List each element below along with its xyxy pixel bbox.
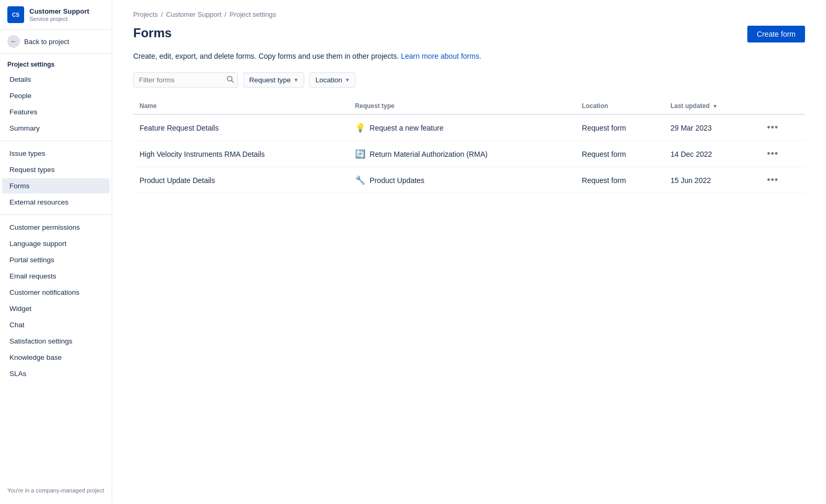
back-icon: ← <box>7 35 20 48</box>
back-label: Back to project <box>24 38 69 46</box>
chevron-down-icon-2: ▼ <box>345 77 350 83</box>
col-last-updated: Last updated ▼ <box>664 98 757 114</box>
sidebar-item-portal-settings[interactable]: Portal settings <box>2 252 110 267</box>
sidebar-item-widget[interactable]: Widget <box>2 301 110 316</box>
toolbar: Request type ▼ Location ▼ <box>133 72 805 88</box>
cell-last-updated: 15 Jun 2022 <box>664 167 757 194</box>
project-type: Service project <box>29 16 89 22</box>
col-name: Name <box>133 98 349 114</box>
sidebar-divider-1 <box>0 141 112 141</box>
sidebar-footer: You're in a company-managed project <box>0 483 112 498</box>
cell-request-type: 💡 Request a new feature <box>349 114 576 141</box>
request-type-icon: 💡 <box>355 123 366 133</box>
toolbar-left: Request type ▼ Location ▼ <box>133 72 356 88</box>
page-title: Forms <box>133 26 171 40</box>
sidebar: CS Customer Support Service project ← Ba… <box>0 0 112 504</box>
cell-location: Request form <box>576 141 664 167</box>
request-type-text: Product Updates <box>370 176 424 185</box>
sidebar-item-external-resources[interactable]: External resources <box>2 195 110 210</box>
avatar: CS <box>7 6 24 23</box>
sidebar-item-summary[interactable]: Summary <box>2 121 110 136</box>
project-name: Customer Support <box>29 7 89 16</box>
sidebar-header: CS Customer Support Service project <box>0 0 112 30</box>
cell-request-type: 🔄 Return Material Authorization (RMA) <box>349 141 576 167</box>
filter-input-wrap <box>133 72 238 88</box>
sidebar-item-customer-notifications[interactable]: Customer notifications <box>2 285 110 300</box>
row-more-button[interactable]: ••• <box>764 147 781 160</box>
cell-actions: ••• <box>757 167 805 194</box>
request-type-label: Request type <box>249 76 291 84</box>
learn-more-link[interactable]: Learn more about forms. <box>401 52 481 60</box>
chevron-down-icon: ▼ <box>294 77 299 83</box>
location-dropdown[interactable]: Location ▼ <box>309 72 356 88</box>
sidebar-item-people[interactable]: People <box>2 88 110 103</box>
sidebar-item-email-requests[interactable]: Email requests <box>2 269 110 284</box>
breadcrumb-projects[interactable]: Projects <box>133 10 158 18</box>
cell-request-type: 🔧 Product Updates <box>349 167 576 194</box>
table-row: Product Update Details 🔧 Product Updates… <box>133 167 805 194</box>
sidebar-header-text: Customer Support Service project <box>29 7 89 23</box>
sidebar-item-chat[interactable]: Chat <box>2 317 110 333</box>
sidebar-item-satisfaction-settings[interactable]: Satisfaction settings <box>2 334 110 349</box>
breadcrumb-customer-support[interactable]: Customer Support <box>166 10 222 18</box>
sidebar-item-forms[interactable]: Forms <box>2 178 110 194</box>
main-content: Projects / Customer Support / Project se… <box>112 0 826 504</box>
cell-name: Product Update Details <box>133 167 349 194</box>
sidebar-divider-2 <box>0 215 112 215</box>
cell-last-updated: 29 Mar 2023 <box>664 114 757 141</box>
cell-location: Request form <box>576 114 664 141</box>
table-header-row: Name Request type Location Last updated … <box>133 98 805 114</box>
page-description-text: Create, edit, export, and delete forms. … <box>133 52 399 60</box>
sidebar-item-language-support[interactable]: Language support <box>2 236 110 251</box>
request-type-dropdown[interactable]: Request type ▼ <box>243 72 304 88</box>
sidebar-item-issue-types[interactable]: Issue types <box>2 146 110 161</box>
sidebar-item-knowledge-base[interactable]: Knowledge base <box>2 350 110 365</box>
page-description: Create, edit, export, and delete forms. … <box>133 51 805 62</box>
col-actions <box>757 98 805 114</box>
sidebar-item-request-types[interactable]: Request types <box>2 162 110 177</box>
cell-location: Request form <box>576 167 664 194</box>
col-request-type: Request type <box>349 98 576 114</box>
cell-name: High Velocity Instruments RMA Details <box>133 141 349 167</box>
sidebar-item-slas[interactable]: SLAs <box>2 366 110 381</box>
form-name-link[interactable]: High Velocity Instruments RMA Details <box>140 150 265 158</box>
cell-name: Feature Request Details <box>133 114 349 141</box>
request-type-icon: 🔄 <box>355 149 366 159</box>
row-more-button[interactable]: ••• <box>764 174 781 187</box>
sidebar-item-features[interactable]: Features <box>2 104 110 120</box>
request-type-icon: 🔧 <box>355 175 366 186</box>
filter-forms-input[interactable] <box>133 72 238 88</box>
request-type-text: Return Material Authorization (RMA) <box>370 150 488 158</box>
table-row: Feature Request Details 💡 Request a new … <box>133 114 805 141</box>
back-to-project-button[interactable]: ← Back to project <box>0 30 112 53</box>
form-name-link[interactable]: Product Update Details <box>140 176 215 185</box>
sidebar-section-title: Project settings <box>0 53 112 71</box>
request-type-text: Request a new feature <box>370 124 444 132</box>
cell-last-updated: 14 Dec 2022 <box>664 141 757 167</box>
cell-actions: ••• <box>757 141 805 167</box>
breadcrumb-sep-1: / <box>161 10 163 18</box>
location-label: Location <box>315 76 342 84</box>
sidebar-item-details[interactable]: Details <box>2 72 110 87</box>
create-form-button[interactable]: Create form <box>747 26 805 42</box>
svg-text:CS: CS <box>12 12 19 18</box>
breadcrumb: Projects / Customer Support / Project se… <box>133 10 805 18</box>
sort-icon: ▼ <box>712 103 717 109</box>
sidebar-item-customer-permissions[interactable]: Customer permissions <box>2 220 110 235</box>
forms-table: Name Request type Location Last updated … <box>133 98 805 194</box>
col-location: Location <box>576 98 664 114</box>
row-more-button[interactable]: ••• <box>764 121 781 134</box>
breadcrumb-current: Project settings <box>230 10 276 18</box>
table-row: High Velocity Instruments RMA Details 🔄 … <box>133 141 805 167</box>
cell-actions: ••• <box>757 114 805 141</box>
breadcrumb-sep-2: / <box>224 10 227 18</box>
form-name-link[interactable]: Feature Request Details <box>140 124 219 132</box>
